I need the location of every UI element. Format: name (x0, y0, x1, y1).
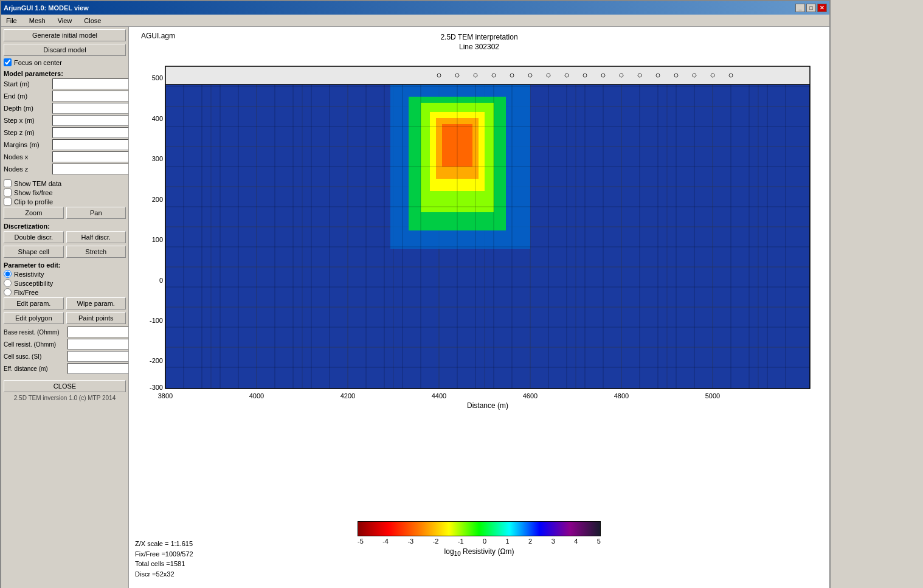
show-fixfree-checkbox[interactable] (4, 189, 12, 196)
cell-resist-input[interactable]: 100 (67, 339, 129, 350)
window-title: ArjunGUI 1.0: MODEL view (4, 4, 89, 12)
end-param-row: End (m) 4655 (4, 91, 126, 102)
minimize-button[interactable]: _ (795, 4, 805, 12)
end-label: End (m) (4, 92, 52, 100)
eff-dist-row: Eff. distance (m) 250 (4, 363, 126, 374)
discard-model-button[interactable]: Discard model (4, 44, 126, 56)
resistivity-label: Resistivity (14, 271, 44, 278)
svg-text:-100: -100 (150, 317, 163, 324)
wipe-param-button[interactable]: Wipe param. (66, 297, 126, 310)
close-button[interactable]: CLOSE (4, 380, 126, 392)
nodesz-label: Nodes z (4, 165, 52, 173)
edit-param-button[interactable]: Edit param. (4, 297, 64, 310)
stepz-param-row: Step z (m) 5 (4, 127, 126, 138)
fixfree-label: Fix/Free (14, 289, 38, 296)
end-input[interactable]: 4655 (52, 91, 129, 102)
start-input[interactable]: 4115 (52, 78, 129, 89)
svg-text:4000: 4000 (249, 392, 264, 399)
close-window-button[interactable]: ✕ (817, 4, 827, 12)
plot-svg: Depth (m) (129, 54, 829, 521)
svg-text:0: 0 (159, 277, 163, 284)
polygon-paint-row: Edit polygon Paint points (4, 312, 126, 324)
svg-text:500: 500 (152, 74, 163, 81)
svg-text:300: 300 (152, 155, 163, 162)
cell-susc-input[interactable]: 0.100E-04 (67, 351, 129, 362)
margins-label: Margins (m) (4, 141, 52, 148)
scale-info: Z/X scale = 1:1.615 (135, 539, 193, 549)
fixfree-radio-row: Fix/Free (4, 288, 126, 296)
fixfree-info: Fix/Free =1009/572 (135, 549, 193, 559)
svg-text:3800: 3800 (158, 392, 173, 399)
generate-model-button[interactable]: Generate initial model (4, 29, 126, 41)
resistivity-radio[interactable] (4, 270, 12, 278)
totalcells-info: Total cells =1581 (135, 559, 193, 569)
zoom-button[interactable]: Zoom (4, 207, 64, 219)
stepz-label: Step z (m) (4, 129, 52, 136)
model-params-label: Model parameters: (4, 70, 126, 77)
fixfree-radio[interactable] (4, 288, 12, 296)
resistivity-radio-row: Resistivity (4, 270, 126, 278)
edit-wipe-row: Edit param. Wipe param. (4, 297, 126, 310)
menu-view[interactable]: View (55, 16, 75, 25)
discr-label: Discretization: (4, 223, 126, 230)
menu-mesh[interactable]: Mesh (27, 16, 48, 25)
colorbar-ticks: -5-4-3-2-1 012345 (358, 538, 601, 545)
maximize-button[interactable]: □ (806, 4, 816, 12)
clip-profile-checkbox[interactable] (4, 198, 12, 206)
pan-button[interactable]: Pan (66, 207, 126, 219)
nodesz-param-row: Nodes z 32 (4, 164, 126, 175)
nodesx-input[interactable]: 52 (52, 151, 129, 162)
cell-susc-row: Cell susc. (SI) 0.100E-04 (4, 351, 126, 362)
susceptibility-radio-row: Susceptibility (4, 279, 126, 287)
focus-on-center-checkbox[interactable] (4, 58, 12, 66)
stepz-input[interactable]: 5 (52, 127, 129, 138)
zoom-pan-row: Zoom Pan (4, 207, 126, 219)
show-tem-checkbox[interactable] (4, 179, 12, 187)
margins-param-row: Margins (m) 420 (4, 139, 126, 150)
svg-text:4600: 4600 (523, 392, 538, 399)
margins-input[interactable]: 420 (52, 139, 129, 150)
eff-dist-label: Eff. distance (m) (4, 365, 67, 372)
base-resist-label: Base resist. (Ohmm) (4, 329, 67, 336)
nodesx-label: Nodes x (4, 153, 52, 161)
depth-param-row: Depth (m) 800 (4, 103, 126, 114)
stretch-button[interactable]: Stretch (66, 246, 126, 258)
param-edit-label: Parameter to edit: (4, 261, 126, 269)
shape-cell-button[interactable]: Shape cell (4, 246, 64, 258)
main-window: ArjunGUI 1.0: MODEL view _ □ ✕ File Mesh… (0, 0, 831, 588)
menu-file[interactable]: File (4, 16, 19, 25)
base-resist-input[interactable]: 1000 (67, 327, 129, 337)
shape-stretch-row: Shape cell Stretch (4, 246, 126, 258)
y-axis-ticks: 500 400 300 200 100 0 -100 -200 -300 (150, 74, 163, 391)
edit-polygon-button[interactable]: Edit polygon (4, 312, 64, 324)
paint-points-button[interactable]: Paint points (66, 312, 126, 324)
cell-resist-row: Cell resist. (Ohmm) 100 (4, 339, 126, 350)
stepx-label: Step x (m) (4, 117, 52, 124)
depth-label: Depth (m) (4, 105, 52, 112)
menu-close[interactable]: Close (81, 16, 103, 25)
base-resist-row: Base resist. (Ohmm) 1000 (4, 327, 126, 337)
plot-subtitle: Line 302302 (129, 43, 829, 51)
x-axis-ticks: 3800 4000 4200 4400 4600 4800 5000 (158, 392, 720, 399)
stepx-param-row: Step x (m) 20 (4, 115, 126, 126)
svg-text:4200: 4200 (341, 392, 355, 399)
sidebar: Generate initial model Discard model Foc… (1, 27, 129, 588)
plot-title: 2.5D TEM interpretation (129, 33, 829, 41)
svg-text:4800: 4800 (614, 392, 629, 399)
susceptibility-radio[interactable] (4, 279, 12, 287)
start-label: Start (m) (4, 80, 52, 88)
titlebar-buttons: _ □ ✕ (795, 4, 827, 12)
nodesz-input[interactable]: 32 (52, 164, 129, 175)
show-tem-row: Show TEM data (4, 179, 126, 187)
x-axis-label: Distance (m) (467, 401, 508, 410)
eff-dist-input[interactable]: 250 (67, 363, 129, 374)
info-text: Z/X scale = 1:1.615 Fix/Free =1009/572 T… (135, 539, 193, 579)
depth-input[interactable]: 800 (52, 103, 129, 114)
stepx-input[interactable]: 20 (52, 115, 129, 126)
menubar: File Mesh View Close (1, 15, 829, 27)
double-discr-button[interactable]: Double discr. (4, 231, 64, 243)
show-fixfree-label: Show fix/free (14, 189, 53, 196)
half-discr-button[interactable]: Half discr. (66, 231, 126, 243)
cell-susc-label: Cell susc. (SI) (4, 353, 67, 360)
susceptibility-label: Susceptibility (14, 280, 53, 287)
